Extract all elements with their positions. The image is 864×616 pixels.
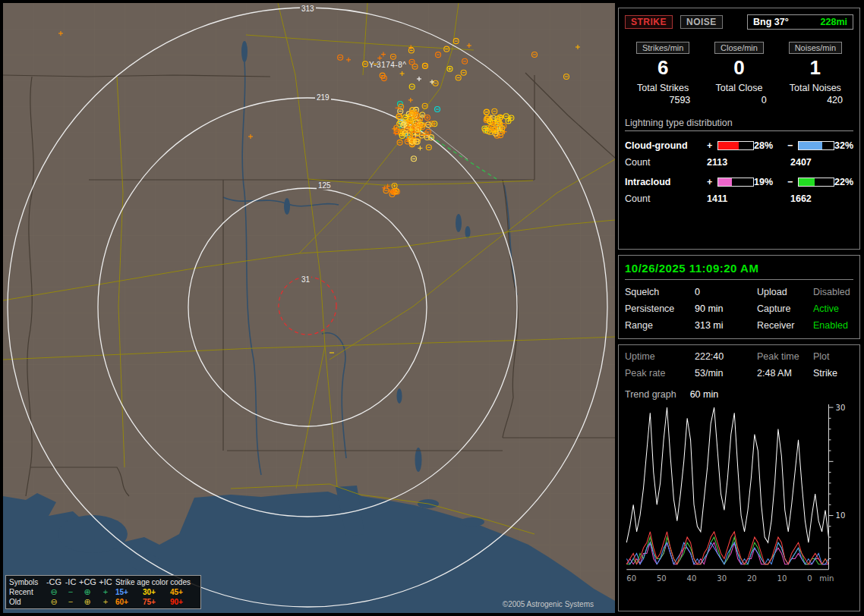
minus-sign: − — [787, 177, 798, 187]
status-panel: STRIKE NOISE Bng 37° 228mi Strikes/min C… — [618, 8, 860, 611]
noises-per-min-button[interactable]: Noises/min — [789, 42, 842, 54]
count-label: Count — [625, 193, 707, 204]
distribution-title: Lightning type distribution — [625, 118, 853, 131]
cg-negative-icon: ⊖ — [46, 587, 62, 597]
persistence-label: Persistence — [625, 303, 695, 314]
bearing-value: Bng 37° — [753, 17, 789, 27]
cg-plus-pct: 28% — [754, 140, 787, 151]
map-legend: Symbols -CG -IC +CG +IC Strike age color… — [5, 575, 201, 609]
squelch-label: Squelch — [625, 287, 695, 297]
ic-plus-bar — [717, 178, 754, 187]
legend-recent-label: Recent — [9, 587, 46, 597]
noises-per-min-value: 1 — [777, 55, 853, 80]
peak-time-value: 2:48 AM — [757, 368, 813, 379]
cloud-ground-row: Cloud-ground + 28% − 32% — [625, 140, 853, 151]
noise-filter-button[interactable]: NOISE — [680, 15, 723, 29]
radar-map[interactable] — [3, 3, 615, 613]
trend-graph: 30106050403020100min — [625, 401, 855, 588]
range-ring-label-219: 219 — [315, 93, 331, 102]
ic-negative-icon: − — [62, 587, 79, 597]
total-noises-value: 420 — [777, 95, 853, 105]
total-close-label: Total Close — [701, 83, 777, 93]
rate-section: Strikes/min Close/min Noises/min 6 0 1 T… — [625, 42, 853, 105]
trend-box: Uptime 222:40 Peak time Plot Peak rate 5… — [618, 344, 860, 611]
svg-text:30: 30 — [836, 404, 846, 412]
plot-label: Plot — [813, 351, 853, 362]
svg-text:20: 20 — [747, 574, 757, 583]
ic-negative-old-icon: − — [62, 597, 79, 607]
ic-plus-count: 1411 — [707, 193, 790, 204]
plot-value: Strike — [813, 368, 853, 379]
ic-minus-bar — [798, 178, 834, 187]
strike-stats-box: STRIKE NOISE Bng 37° 228mi Strikes/min C… — [618, 8, 860, 250]
age-30-label: 30+ — [143, 587, 170, 597]
legend-symbols-header: Symbols — [9, 577, 46, 587]
legend-col-ic-neg: -IC — [62, 577, 79, 587]
legend-age-header: Strike age color codes — [115, 577, 197, 587]
total-close-value: 0 — [701, 95, 777, 105]
age-60-label: 60+ — [115, 597, 143, 607]
svg-text:30: 30 — [717, 574, 727, 583]
trend-header: Trend graph 60 min — [625, 389, 853, 400]
cg-plus-count: 2113 — [707, 157, 790, 168]
upload-value: Disabled — [813, 287, 853, 297]
close-per-min-button[interactable]: Close/min — [714, 42, 764, 54]
ic-plus-pct: 19% — [754, 177, 787, 187]
cg-positive-icon: ⊕ — [79, 587, 96, 597]
ic-minus-count: 1662 — [790, 193, 853, 204]
copyright-text: ©2005 Astrogenic Systems — [503, 600, 594, 608]
svg-text:0: 0 — [807, 574, 812, 583]
range-ring-label-313: 313 — [300, 5, 316, 13]
peak-time-label: Peak time — [757, 351, 813, 362]
plus-sign: + — [707, 177, 717, 187]
legend-col-cg-pos: +CG — [79, 577, 96, 587]
svg-text:min: min — [819, 574, 834, 583]
ic-minus-pct: 22% — [834, 177, 853, 187]
cg-positive-old-icon: ⊕ — [79, 597, 96, 607]
strikes-per-min-value: 6 — [625, 55, 701, 80]
svg-text:50: 50 — [657, 574, 667, 583]
total-strikes-label: Total Strikes — [625, 83, 701, 93]
svg-text:10: 10 — [836, 511, 846, 520]
legend-col-ic-pos: +IC — [96, 577, 115, 587]
close-per-min-value: 0 — [701, 55, 777, 80]
cloud-ground-label: Cloud-ground — [625, 140, 707, 151]
map-viewport[interactable]: 313 219 125 31 Y-3174-8^ Symbols -CG -IC… — [3, 3, 615, 613]
age-75-label: 75+ — [143, 597, 170, 607]
legend-old-label: Old — [9, 597, 46, 607]
intracloud-row: Intracloud + 19% − 22% — [625, 177, 853, 187]
range-ring-label-31: 31 — [300, 275, 311, 284]
minus-sign: − — [787, 140, 798, 151]
receiver-value: Enabled — [813, 320, 853, 331]
receiver-label: Receiver — [757, 320, 813, 331]
cg-minus-pct: 32% — [834, 140, 853, 151]
trend-graph-label: Trend graph — [625, 389, 676, 400]
plus-sign: + — [707, 140, 717, 151]
ic-positive-old-icon: + — [96, 597, 115, 607]
svg-text:60: 60 — [626, 574, 636, 583]
ic-positive-icon: + — [96, 587, 115, 597]
settings-box: 10/26/2025 11:09:20 AM Squelch 0 Upload … — [618, 255, 860, 339]
age-45-label: 45+ — [170, 587, 197, 597]
cg-plus-bar — [717, 141, 754, 150]
intracloud-label: Intracloud — [625, 177, 707, 187]
peak-rate-label: Peak rate — [625, 368, 695, 379]
app-window: 313 219 125 31 Y-3174-8^ Symbols -CG -IC… — [0, 0, 864, 616]
range-label: Range — [625, 320, 695, 331]
total-noises-label: Total Noises — [777, 83, 853, 93]
upload-label: Upload — [757, 287, 813, 297]
storm-cell-label: Y-3174-8^ — [369, 61, 406, 69]
strikes-per-min-button[interactable]: Strikes/min — [636, 42, 689, 54]
age-90-label: 90+ — [170, 597, 197, 607]
capture-value: Active — [813, 303, 853, 314]
bearing-readout: Bng 37° 228mi — [747, 14, 853, 30]
bearing-distance: 228mi — [821, 17, 847, 27]
peak-rate-value: 53/min — [695, 368, 757, 379]
svg-text:40: 40 — [687, 574, 697, 583]
intracloud-counts: Count 1411 1662 — [625, 193, 853, 204]
strike-filter-button[interactable]: STRIKE — [625, 15, 673, 29]
datetime-display: 10/26/2025 11:09:20 AM — [625, 262, 853, 280]
persistence-value: 90 min — [695, 303, 757, 314]
squelch-value: 0 — [695, 287, 757, 297]
settings-grid: Squelch 0 Upload Disabled Persistence 90… — [625, 287, 853, 331]
